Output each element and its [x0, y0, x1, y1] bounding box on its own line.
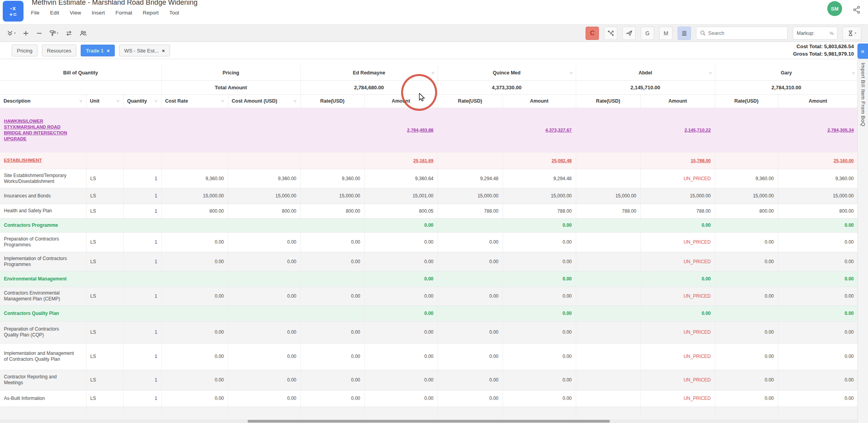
- cell-value[interactable]: [228, 218, 300, 232]
- cell-value[interactable]: 15,000.00: [300, 188, 364, 204]
- methvin-logo-icon[interactable]: -x +=: [3, 1, 24, 22]
- cell-value[interactable]: [715, 218, 778, 232]
- cell-value[interactable]: 0.00: [438, 343, 503, 370]
- remove-row-button[interactable]: [36, 30, 42, 36]
- cell-value[interactable]: 0.00: [715, 370, 778, 390]
- cell-value[interactable]: 0.00: [161, 390, 228, 407]
- cell-value[interactable]: [228, 108, 300, 152]
- cell-value[interactable]: [715, 152, 778, 169]
- cell-description[interactable]: HAWKINS/LOWER STYX/MARSHLAND ROAD BRIDGE…: [0, 108, 86, 152]
- cell-value[interactable]: [576, 152, 640, 169]
- chevron-down-icon[interactable]: ▽: [432, 71, 434, 74]
- cell-value[interactable]: [715, 271, 778, 287]
- cell-value[interactable]: LS: [86, 252, 123, 271]
- format-painter-button[interactable]: ▾: [49, 30, 58, 36]
- cell-value[interactable]: [300, 152, 364, 169]
- list-view-button[interactable]: [678, 27, 691, 40]
- cell-value[interactable]: 0.00: [300, 232, 364, 252]
- cell-value[interactable]: 800.00: [778, 204, 858, 218]
- cell-value[interactable]: 15,000.00: [228, 188, 300, 204]
- cell-value[interactable]: 1: [123, 169, 161, 188]
- cell-value[interactable]: 0.00: [364, 232, 438, 252]
- column-header-cost-amount-usd-4[interactable]: Cost Amount (USD)▽: [228, 94, 300, 108]
- cell-description[interactable]: Insurances and Bonds: [0, 188, 86, 204]
- cell-value[interactable]: 0.00: [228, 321, 300, 343]
- cell-value[interactable]: 0.00: [503, 252, 576, 271]
- cell-value[interactable]: 25,160.00: [778, 152, 858, 169]
- cell-value[interactable]: 0.00: [300, 390, 364, 407]
- cell-value[interactable]: LS: [86, 169, 123, 188]
- cell-value[interactable]: [576, 169, 640, 188]
- cell-value[interactable]: [123, 271, 161, 287]
- column-header-rate-usd-5[interactable]: Rate(USD): [300, 94, 364, 108]
- cell-value[interactable]: LS: [86, 390, 123, 407]
- cell-value[interactable]: 1: [123, 343, 161, 370]
- cell-value[interactable]: UN_PRICED: [640, 169, 715, 188]
- cell-value[interactable]: [161, 108, 228, 152]
- cell-value[interactable]: 800.00: [228, 204, 300, 218]
- cell-description[interactable]: Health and Safety Plan: [0, 204, 86, 218]
- assign-resources-button[interactable]: [604, 27, 617, 40]
- cell-value[interactable]: 0.00: [228, 390, 300, 407]
- cell-value[interactable]: UN_PRICED: [640, 321, 715, 343]
- cell-value[interactable]: [576, 232, 640, 252]
- cell-value[interactable]: [86, 306, 123, 321]
- cell-value[interactable]: LS: [86, 204, 123, 218]
- menu-report[interactable]: Report: [143, 10, 159, 16]
- cell-value[interactable]: [576, 252, 640, 271]
- cell-value[interactable]: 9,360.00: [778, 169, 858, 188]
- import-bill-item-panel-tab[interactable]: Import Bill Item From BoQ: [857, 59, 868, 423]
- tab-ws-site-est[interactable]: WS - Site Est...×: [119, 45, 170, 56]
- c-button[interactable]: C: [586, 27, 599, 40]
- cell-value[interactable]: 1: [123, 390, 161, 407]
- group-header-pricing[interactable]: Pricing: [161, 65, 300, 80]
- cell-value[interactable]: 0.00: [228, 370, 300, 390]
- cell-value[interactable]: 1: [123, 321, 161, 343]
- cell-value[interactable]: 2,145,710.22: [640, 108, 715, 152]
- cell-description[interactable]: Contractors Programme: [0, 218, 86, 232]
- cell-value[interactable]: 0.00: [715, 232, 778, 252]
- group-header-ed-redmayne[interactable]: Ed Redmayne▽: [300, 65, 438, 80]
- horizontal-scrollbar[interactable]: [0, 419, 857, 423]
- cell-value[interactable]: [161, 306, 228, 321]
- cell-value[interactable]: 0.00: [640, 218, 715, 232]
- cell-value[interactable]: [438, 152, 503, 169]
- cell-value[interactable]: [300, 108, 364, 152]
- cell-value[interactable]: 9,360.00: [715, 169, 778, 188]
- cell-description[interactable]: Contractors Quality Plan: [0, 306, 86, 321]
- column-header-description-0[interactable]: Description▽: [0, 94, 86, 108]
- menu-view[interactable]: View: [70, 10, 81, 16]
- cell-value[interactable]: 0.00: [300, 252, 364, 271]
- avatar[interactable]: SM: [827, 1, 842, 16]
- cell-description[interactable]: Preparation of Contractors Programmes: [0, 232, 86, 252]
- cell-value[interactable]: [86, 271, 123, 287]
- cell-value[interactable]: 1: [123, 204, 161, 218]
- column-header-rate-usd-9[interactable]: Rate(USD): [576, 94, 640, 108]
- cell-value[interactable]: 15,788.00: [640, 152, 715, 169]
- cell-value[interactable]: 15,000.00: [576, 188, 640, 204]
- cell-value[interactable]: 9,294.48: [438, 169, 503, 188]
- cell-value[interactable]: LS: [86, 188, 123, 204]
- cell-description[interactable]: Preparation of Contractors Quality Plan …: [0, 321, 86, 343]
- cell-value[interactable]: 0.00: [161, 321, 228, 343]
- cell-value[interactable]: [300, 218, 364, 232]
- cell-value[interactable]: LS: [86, 321, 123, 343]
- cell-value[interactable]: 0.00: [228, 252, 300, 271]
- cell-value[interactable]: 0.00: [438, 321, 503, 343]
- cell-value[interactable]: 0.00: [300, 370, 364, 390]
- column-header-amount-6[interactable]: Amount: [364, 94, 438, 108]
- cell-value[interactable]: 25,082.48: [503, 152, 576, 169]
- cell-value[interactable]: UN_PRICED: [640, 343, 715, 370]
- cell-value[interactable]: 0.00: [503, 287, 576, 306]
- group-header-abdel[interactable]: Abdel▽: [576, 65, 715, 80]
- chevron-down-icon[interactable]: ▽: [294, 99, 296, 103]
- cell-value[interactable]: 1: [123, 370, 161, 390]
- cell-value[interactable]: 0.00: [778, 271, 858, 287]
- cell-value[interactable]: 0.00: [161, 252, 228, 271]
- cell-value[interactable]: LS: [86, 370, 123, 390]
- cell-value[interactable]: 1: [123, 252, 161, 271]
- cell-value[interactable]: 0.00: [503, 390, 576, 407]
- cell-value[interactable]: 0.00: [438, 370, 503, 390]
- cell-value[interactable]: 788.00: [576, 204, 640, 218]
- cell-value[interactable]: 1: [123, 188, 161, 204]
